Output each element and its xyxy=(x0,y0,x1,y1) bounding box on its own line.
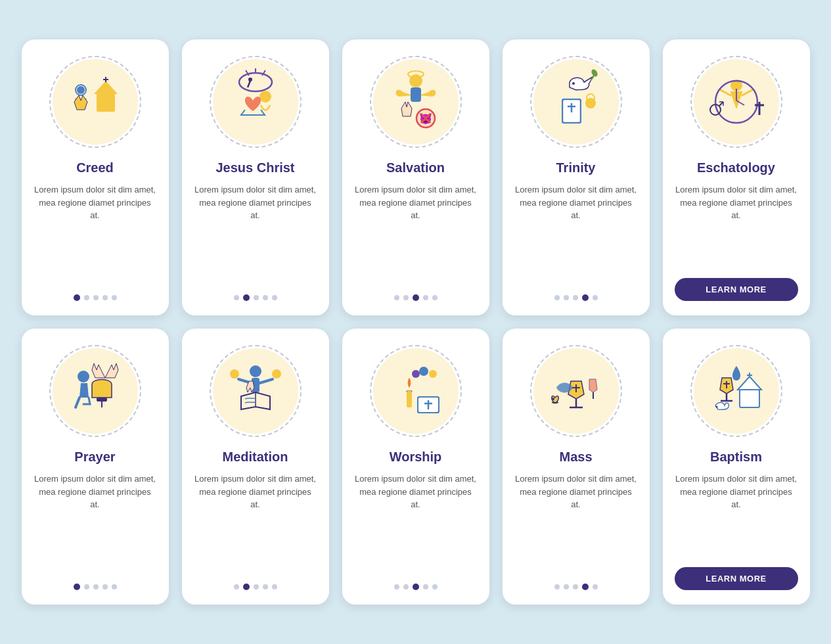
dot-2 xyxy=(243,294,250,301)
svg-point-52 xyxy=(419,367,428,376)
svg-point-6 xyxy=(239,73,272,91)
trinity-icon-area xyxy=(527,53,625,151)
svg-marker-66 xyxy=(738,377,761,390)
jesus-icon xyxy=(216,62,295,141)
card-creed: Creed Lorem ipsum dolor sit dim amet, me… xyxy=(22,39,169,315)
svg-point-41 xyxy=(78,371,89,382)
salvation-icon-area: 👿 xyxy=(367,53,465,151)
baptism-learn-button[interactable]: LEARN MORE xyxy=(675,567,798,590)
creed-icon-area xyxy=(46,53,145,151)
svg-point-11 xyxy=(248,78,252,81)
eschatology-text: Lorem ipsum dolor sit dim amet, mea regi… xyxy=(675,183,798,267)
svg-line-47 xyxy=(259,379,273,383)
dot-1 xyxy=(234,295,239,300)
salvation-icon: 👿 xyxy=(376,62,455,141)
svg-rect-0 xyxy=(97,92,115,112)
svg-point-49 xyxy=(272,369,281,379)
svg-line-31 xyxy=(742,90,752,95)
svg-point-5 xyxy=(77,86,85,94)
meditation-icon xyxy=(216,352,295,430)
svg-point-21 xyxy=(572,82,575,85)
dot-3 xyxy=(254,295,259,300)
mass-dots xyxy=(554,584,598,590)
jesus-text: Lorem ipsum dolor sit dim amet, mea regi… xyxy=(194,183,317,284)
svg-line-38 xyxy=(719,102,723,106)
svg-point-73 xyxy=(715,406,717,408)
dot-4 xyxy=(582,294,589,301)
prayer-dots xyxy=(74,584,117,590)
card-jesus-christ: Jesus Christ Lorem ipsum dolor sit dim a… xyxy=(182,39,329,315)
dot-4 xyxy=(582,584,589,590)
prayer-title: Prayer xyxy=(74,449,115,465)
salvation-dots xyxy=(394,294,438,301)
mass-icon xyxy=(537,352,616,430)
dot-2 xyxy=(84,584,89,589)
creed-icon xyxy=(56,62,135,141)
baptism-title: Baptism xyxy=(710,449,762,465)
salvation-text: Lorem ipsum dolor sit dim amet, mea regi… xyxy=(354,183,478,284)
prayer-icon-area xyxy=(46,342,145,440)
dot-3 xyxy=(573,295,578,300)
card-trinity: Trinity Lorem ipsum dolor sit dim amet, … xyxy=(503,39,650,315)
card-grid: Creed Lorem ipsum dolor sit dim amet, me… xyxy=(22,39,810,605)
dot-5 xyxy=(112,295,117,300)
trinity-dots xyxy=(554,294,598,301)
svg-rect-15 xyxy=(411,87,421,102)
dot-4 xyxy=(102,584,108,589)
card-meditation: Meditation Lorem ipsum dolor sit dim ame… xyxy=(182,329,329,605)
baptism-icon-area xyxy=(687,342,786,440)
card-mass: Mass Lorem ipsum dolor sit dim amet, mea… xyxy=(503,329,650,605)
svg-rect-51 xyxy=(407,391,412,407)
worship-title: Worship xyxy=(390,449,442,465)
jesus-dots xyxy=(234,294,277,301)
svg-point-54 xyxy=(412,370,420,378)
svg-point-48 xyxy=(230,369,239,379)
dot-5 xyxy=(112,584,117,589)
meditation-text: Lorem ipsum dolor sit dim amet, mea regi… xyxy=(194,472,317,573)
jesus-title: Jesus Christ xyxy=(215,160,294,175)
dot-5 xyxy=(432,584,438,589)
svg-point-28 xyxy=(590,68,598,78)
mass-text: Lorem ipsum dolor sit dim amet, mea regi… xyxy=(514,472,638,573)
dot-1 xyxy=(234,584,239,589)
dot-1 xyxy=(74,294,80,301)
dot-3 xyxy=(93,584,99,589)
eschatology-learn-button[interactable]: LEARN MORE xyxy=(675,278,798,301)
worship-dots xyxy=(394,584,438,590)
creed-dots xyxy=(74,294,117,301)
dot-2 xyxy=(403,584,409,589)
dot-4 xyxy=(423,295,428,300)
dot-1 xyxy=(394,295,399,300)
worship-icon xyxy=(376,352,455,430)
baptism-text: Lorem ipsum dolor sit dim amet, mea regi… xyxy=(675,472,798,557)
svg-point-13 xyxy=(409,74,422,87)
worship-text: Lorem ipsum dolor sit dim amet, mea regi… xyxy=(354,472,478,573)
dot-1 xyxy=(394,584,399,589)
dot-2 xyxy=(243,584,250,590)
dot-2 xyxy=(403,295,409,300)
meditation-title: Meditation xyxy=(223,449,288,465)
card-salvation: 👿 Salvation Lorem ipsum dolor sit dim am… xyxy=(342,39,489,315)
creed-title: Creed xyxy=(76,160,114,175)
trinity-text: Lorem ipsum dolor sit dim amet, mea regi… xyxy=(514,183,638,284)
dot-2 xyxy=(84,295,89,300)
dot-4 xyxy=(102,295,108,300)
eschatology-icon xyxy=(697,62,776,141)
svg-marker-1 xyxy=(94,81,118,94)
svg-point-64 xyxy=(552,398,554,400)
svg-point-44 xyxy=(250,365,261,377)
dot-3 xyxy=(573,584,578,589)
svg-rect-65 xyxy=(740,388,759,407)
dot-3 xyxy=(93,295,99,300)
mass-icon-area xyxy=(527,342,625,440)
baptism-icon xyxy=(697,352,776,430)
dot-2 xyxy=(564,584,569,589)
prayer-text: Lorem ipsum dolor sit dim amet, mea regi… xyxy=(34,472,157,573)
dot-5 xyxy=(272,295,277,300)
dot-3 xyxy=(413,294,419,301)
worship-icon-area xyxy=(367,342,465,440)
mass-title: Mass xyxy=(559,449,592,465)
card-prayer: Prayer Lorem ipsum dolor sit dim amet, m… xyxy=(22,329,169,605)
dot-4 xyxy=(423,584,428,589)
svg-line-30 xyxy=(721,90,730,95)
